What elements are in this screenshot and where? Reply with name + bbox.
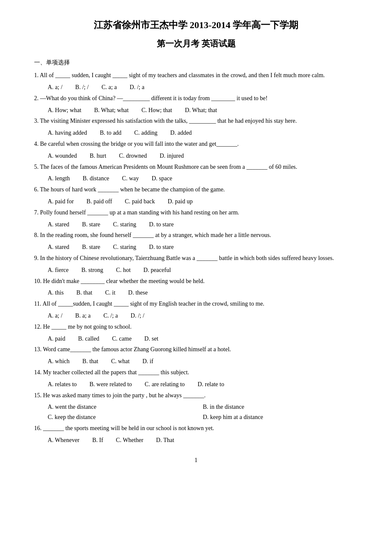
question-text-8: 8. In the reading room, she found hersel… — [34, 230, 358, 240]
option-6-2: C. paid back — [125, 197, 155, 207]
question-7: 7. Polly found herself _______ up at a m… — [34, 208, 358, 230]
option-11-0: A. a; / — [48, 311, 63, 321]
options-14: A. relates toB. were related toC. are re… — [48, 379, 358, 390]
option-10-3: D. these — [128, 288, 148, 298]
option-7-3: D. to stare — [149, 220, 174, 230]
option-10-1: B. that — [76, 288, 92, 298]
question-text-9: 9. In the history of Chinese revolutiona… — [34, 253, 358, 263]
option-16-1: B. If — [92, 435, 103, 445]
option-5-1: B. distance — [83, 173, 109, 184]
option-8-1: B. stare — [82, 242, 101, 252]
option-16-3: D. That — [156, 435, 174, 445]
option-2col-15-2: C. keep the distance — [48, 412, 203, 422]
option-3-2: C. adding — [134, 128, 157, 138]
question-text-3: 3. The visiting Minister expressed his s… — [34, 116, 358, 126]
options-8: A. staredB. stareC. staringD. to stare — [48, 242, 358, 252]
option-8-0: A. stared — [48, 242, 69, 252]
option-13-2: C. what — [111, 356, 130, 367]
option-2-1: B. What; what — [94, 105, 129, 116]
question-text-13: 13. Word came_______ the famous actor Zh… — [34, 344, 358, 355]
title2: 第一次月考 英语试题 — [34, 36, 358, 51]
option-16-0: A. Whenever — [48, 435, 79, 445]
question-11: 11. All of _____sudden, I caught _____ s… — [34, 299, 358, 321]
option-4-3: D. injured — [160, 151, 184, 161]
option-4-0: A. wounded — [48, 151, 77, 161]
title1: 江苏省徐州市王杰中学 2013-2014 学年高一下学期 — [34, 17, 358, 33]
option-11-3: D. /; / — [131, 311, 144, 321]
option-2-0: A. How; what — [48, 105, 81, 116]
option-9-3: D. peaceful — [144, 265, 171, 275]
question-4: 4. Be careful when crossing the bridge o… — [34, 139, 358, 161]
options-5: A. lengthB. distanceC. wayD. space — [48, 173, 358, 184]
question-16: 16. _______ the sports meeting will be h… — [34, 423, 358, 445]
option-1-3: D. /; a — [130, 82, 144, 92]
options-1: A. a; /B. /; /C. a; aD. /; a — [48, 82, 358, 92]
option-3-1: B. to add — [100, 128, 121, 138]
option-2-3: D. What; that — [185, 105, 217, 116]
option-14-3: D. relate to — [198, 379, 225, 390]
question-text-12: 12. He _____ me by not going to school. — [34, 322, 358, 332]
option-14-0: A. relates to — [48, 379, 77, 390]
question-text-6: 6. The hours of hard work _______ when h… — [34, 185, 358, 195]
question-14: 14. My teacher collected all the papers … — [34, 367, 358, 390]
option-2col-15-1: B. in the distance — [203, 402, 358, 412]
option-1-2: C. a; a — [101, 82, 117, 92]
section-title: 一、单项选择 — [34, 58, 358, 68]
option-14-1: B. were related to — [89, 379, 132, 390]
option-12-3: D. set — [144, 334, 159, 344]
options-2: A. How; whatB. What; whatC. How; thatD. … — [48, 105, 358, 116]
option-2col-15-0: A. went the distance — [48, 402, 203, 412]
option-5-0: A. length — [48, 173, 70, 184]
option-9-0: A. fierce — [48, 265, 69, 275]
question-10: 10. He didn't make ________ clear whethe… — [34, 276, 358, 298]
option-4-1: B. hurt — [89, 151, 106, 161]
question-text-1: 1. All of _____ sudden, I caught _____ s… — [34, 70, 358, 81]
option-10-2: C. it — [105, 288, 115, 298]
option-8-3: D. to stare — [149, 242, 174, 252]
option-13-3: D. if — [142, 356, 153, 367]
option-3-3: D. added — [170, 128, 192, 138]
option-13-0: A. which — [48, 356, 69, 367]
options-6: A. paid forB. paid offC. paid backD. pai… — [48, 197, 358, 207]
option-9-1: B. strong — [81, 265, 103, 275]
questions-container: 1. All of _____ sudden, I caught _____ s… — [34, 70, 358, 445]
question-text-10: 10. He didn't make ________ clear whethe… — [34, 276, 358, 286]
option-5-3: D. space — [152, 173, 172, 184]
options-12: A. paidB. calledC. cameD. set — [48, 334, 358, 344]
option-10-0: A. this — [48, 288, 63, 298]
option-14-2: C. are relating to — [145, 379, 185, 390]
question-12: 12. He _____ me by not going to school.A… — [34, 322, 358, 344]
option-1-0: A. a; / — [48, 82, 63, 92]
question-text-14: 14. My teacher collected all the papers … — [34, 367, 358, 378]
question-text-15: 15. He was asked many times to join the … — [34, 390, 358, 401]
page-number: 1 — [34, 455, 358, 465]
question-text-5: 5. The faces of the famous American Pres… — [34, 162, 358, 172]
option-12-1: B. called — [78, 334, 99, 344]
question-text-2: 2. —What do you think of China? —_______… — [34, 93, 358, 104]
question-9: 9. In the history of Chinese revolutiona… — [34, 253, 358, 275]
option-7-2: C. staring — [113, 220, 136, 230]
question-1: 1. All of _____ sudden, I caught _____ s… — [34, 70, 358, 92]
question-text-4: 4. Be careful when crossing the bridge o… — [34, 139, 358, 149]
option-6-0: A. paid for — [48, 197, 74, 207]
question-15: 15. He was asked many times to join the … — [34, 390, 358, 422]
option-8-2: C. staring — [113, 242, 136, 252]
options-3: A. having addedB. to addC. addingD. adde… — [48, 128, 358, 138]
options-2col-15: A. went the distanceB. in the distanceC.… — [48, 402, 358, 422]
option-5-2: C. way — [122, 173, 139, 184]
option-2-2: C. How; that — [141, 105, 172, 116]
question-8: 8. In the reading room, she found hersel… — [34, 230, 358, 252]
option-7-0: A. stared — [48, 220, 69, 230]
options-10: A. thisB. thatC. itD. these — [48, 288, 358, 298]
question-5: 5. The faces of the famous American Pres… — [34, 162, 358, 184]
option-16-2: C. Whether — [116, 435, 143, 445]
option-6-1: B. paid off — [86, 197, 112, 207]
option-3-0: A. having added — [48, 128, 87, 138]
option-7-1: B. stare — [82, 220, 101, 230]
question-6: 6. The hours of hard work _______ when h… — [34, 185, 358, 207]
question-text-7: 7. Polly found herself _______ up at a m… — [34, 208, 358, 218]
options-7: A. staredB. stareC. staringD. to stare — [48, 220, 358, 230]
option-11-2: C. /; a — [104, 311, 118, 321]
option-11-1: B. a; a — [75, 311, 91, 321]
option-12-2: C. came — [112, 334, 132, 344]
